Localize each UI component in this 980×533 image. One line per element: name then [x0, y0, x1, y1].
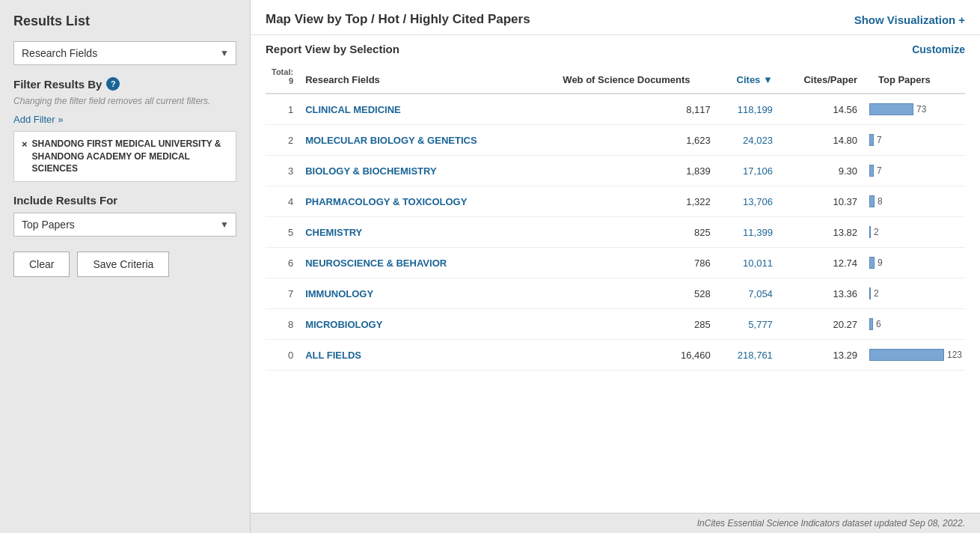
docs-cell: 285 [536, 309, 717, 340]
cites-per-paper-cell: 9.30 [779, 156, 863, 186]
col-header-cites-per-paper: Cites/Paper [779, 60, 863, 94]
rank-cell: 6 [266, 248, 299, 278]
total-value-text: 9 [289, 76, 293, 85]
rank-cell: 1 [266, 94, 299, 125]
filter-warning-text: Changing the filter field removes all cu… [13, 95, 236, 108]
table-row: 5 CHEMISTRY 825 11,399 13.82 2 [266, 217, 965, 248]
field-link[interactable]: ALL FIELDS [305, 350, 361, 361]
docs-cell: 825 [536, 217, 717, 248]
field-link[interactable]: NEUROSCIENCE & BEHAVIOR [305, 258, 447, 269]
bar-chart [869, 195, 875, 207]
rank-cell: 2 [266, 125, 299, 156]
save-criteria-button[interactable]: Save Criteria [77, 252, 169, 277]
bar-chart [869, 103, 913, 115]
cites-cell: 7,054 [717, 278, 779, 309]
clear-button[interactable]: Clear [13, 252, 70, 277]
top-papers-bar-cell: 2 [863, 217, 965, 248]
cites-label: Cites [737, 74, 761, 85]
field-link[interactable]: CHEMISTRY [305, 227, 362, 238]
docs-cell: 1,839 [536, 156, 717, 186]
field-link[interactable]: MICROBIOLOGY [305, 319, 382, 330]
table-row: 8 MICROBIOLOGY 285 5,777 20.27 6 [266, 309, 965, 340]
sidebar: Results List Research Fields Authors Ins… [0, 0, 251, 533]
total-label-text: Total: [272, 67, 293, 76]
help-icon[interactable]: ? [106, 77, 120, 91]
field-cell: ALL FIELDS [299, 340, 536, 371]
col-header-research-fields: Research Fields [299, 60, 536, 94]
table-container: Total: 9 Research Fields Web of Science … [251, 60, 980, 513]
field-cell: CHEMISTRY [299, 217, 536, 248]
cites-cell: 118,199 [717, 94, 779, 125]
bar-value: 9 [878, 258, 883, 268]
bar-chart [869, 287, 871, 299]
top-papers-bar-cell: 2 [863, 278, 965, 309]
field-link[interactable]: BIOLOGY & BIOCHEMISTRY [305, 165, 437, 177]
include-results-section: Include Results For Top Papers Hot Paper… [13, 194, 236, 237]
cites-per-paper-cell: 13.29 [779, 340, 863, 371]
field-cell: MOLECULAR BIOLOGY & GENETICS [299, 125, 536, 156]
col-header-top-papers: Top Papers [863, 60, 965, 94]
cites-per-paper-cell: 20.27 [779, 309, 863, 340]
rank-cell: 4 [266, 186, 299, 217]
bar-value: 73 [916, 104, 926, 115]
research-fields-dropdown-wrapper: Research Fields Authors Institutions Cou… [13, 41, 236, 65]
top-papers-bar-cell: 6 [863, 309, 965, 340]
cites-cell: 10,011 [717, 248, 779, 278]
cites-per-paper-cell: 13.36 [779, 278, 863, 309]
top-papers-bar-cell: 7 [863, 125, 965, 156]
top-papers-dropdown[interactable]: Top Papers Hot Papers Highly Cited Paper… [13, 213, 236, 237]
cites-per-paper-cell: 10.37 [779, 186, 863, 217]
main-content: Map View by Top / Hot / Highly Cited Pap… [251, 0, 980, 533]
bar-value: 123 [947, 350, 962, 360]
filter-tag-text: SHANDONG FIRST MEDICAL UNIVERSITY & SHAN… [32, 138, 228, 175]
top-papers-bar-cell: 8 [863, 186, 965, 217]
rank-cell: 7 [266, 278, 299, 309]
sort-arrow-icon: ▼ [763, 74, 773, 85]
field-cell: BIOLOGY & BIOCHEMISTRY [299, 156, 536, 186]
show-visualization-link[interactable]: Show Visualization + [854, 13, 965, 26]
docs-cell: 1,322 [536, 186, 717, 217]
action-buttons: Clear Save Criteria [13, 252, 236, 277]
table-row: 6 NEUROSCIENCE & BEHAVIOR 786 10,011 12.… [266, 248, 965, 278]
table-row: 4 PHARMACOLOGY & TOXICOLOGY 1,322 13,706… [266, 186, 965, 217]
add-filter-link[interactable]: Add Filter » [13, 114, 63, 125]
field-link[interactable]: MOLECULAR BIOLOGY & GENETICS [305, 135, 477, 146]
table-row: 2 MOLECULAR BIOLOGY & GENETICS 1,623 24,… [266, 125, 965, 156]
col-header-cites[interactable]: Cites ▼ [717, 60, 779, 94]
show-viz-label: Show Visualization [854, 13, 956, 26]
field-cell: MICROBIOLOGY [299, 309, 536, 340]
rank-cell: 5 [266, 217, 299, 248]
map-view-title: Map View by Top / Hot / Highly Cited Pap… [266, 12, 530, 27]
cites-per-paper-cell: 14.80 [779, 125, 863, 156]
table-body: 1 CLINICAL MEDICINE 8,117 118,199 14.56 … [266, 94, 965, 371]
filter-remove-button[interactable]: × [22, 138, 28, 151]
top-papers-bar-cell: 123 [863, 340, 965, 371]
field-cell: CLINICAL MEDICINE [299, 94, 536, 125]
field-link[interactable]: CLINICAL MEDICINE [305, 104, 401, 115]
report-view-title: Report View by Selection [266, 43, 399, 55]
cites-per-paper-cell: 12.74 [779, 248, 863, 278]
docs-cell: 528 [536, 278, 717, 309]
main-header: Map View by Top / Hot / Highly Cited Pap… [251, 0, 980, 35]
top-papers-bar-cell: 7 [863, 156, 965, 186]
research-fields-dropdown[interactable]: Research Fields Authors Institutions Cou… [13, 41, 236, 65]
bar-chart [869, 226, 871, 238]
field-link[interactable]: IMMUNOLOGY [305, 288, 373, 299]
customize-link[interactable]: Customize [912, 43, 965, 55]
table-row: 7 IMMUNOLOGY 528 7,054 13.36 2 [266, 278, 965, 309]
field-cell: NEUROSCIENCE & BEHAVIOR [299, 248, 536, 278]
table-row: 1 CLINICAL MEDICINE 8,117 118,199 14.56 … [266, 94, 965, 125]
footer-text: InCites Essential Science Indicators dat… [697, 518, 965, 529]
field-link[interactable]: PHARMACOLOGY & TOXICOLOGY [305, 196, 467, 207]
bar-value: 8 [878, 196, 883, 207]
rank-cell: 8 [266, 309, 299, 340]
cites-cell: 11,399 [717, 217, 779, 248]
cites-cell: 17,106 [717, 156, 779, 186]
active-filter-tag: × SHANDONG FIRST MEDICAL UNIVERSITY & SH… [13, 131, 236, 182]
cites-cell: 24,023 [717, 125, 779, 156]
cites-per-paper-cell: 14.56 [779, 94, 863, 125]
filter-results-section: Filter Results By ? Changing the filter … [13, 77, 236, 182]
report-header: Report View by Selection Customize [251, 35, 980, 60]
bar-value: 2 [874, 227, 879, 237]
bar-chart [869, 318, 873, 330]
